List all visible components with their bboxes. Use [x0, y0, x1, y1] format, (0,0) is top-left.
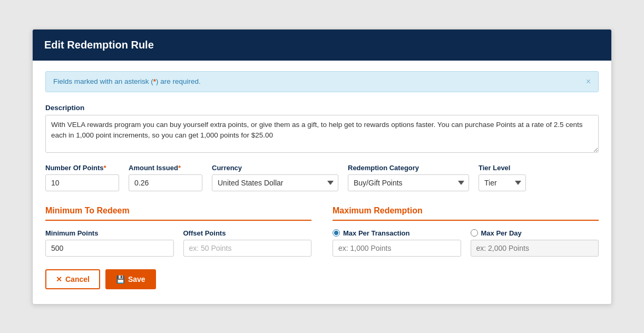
currency-group: Currency United States Dollar Euro Briti… — [212, 164, 338, 191]
cancel-label: Cancel — [65, 275, 90, 283]
save-icon: 💾 — [116, 275, 125, 283]
currency-select[interactable]: United States Dollar Euro British Pound … — [212, 174, 338, 191]
max-per-transaction-group: Max Per Transaction — [333, 229, 461, 257]
minimum-section-title: Minimum To Redeem — [45, 206, 311, 221]
minimum-points-label: Minimum Points — [45, 229, 174, 237]
number-of-points-group: Number Of Points* 10 — [45, 164, 119, 191]
minimum-section: Minimum To Redeem Minimum Points 500 Off… — [45, 206, 311, 257]
maximum-fields-row: Max Per Transaction Max Per Day — [333, 229, 599, 257]
max-per-day-input[interactable] — [471, 240, 599, 257]
modal-container: Edit Redemption Rule Fields marked with … — [32, 29, 612, 305]
minimum-points-input[interactable]: 500 — [45, 240, 174, 257]
modal-body: Fields marked with an asterisk (*) are r… — [33, 61, 611, 304]
max-per-transaction-radio[interactable] — [333, 229, 340, 237]
redemption-category-label: Redemption Category — [348, 164, 469, 172]
alert-close-button[interactable]: × — [586, 77, 591, 86]
save-button[interactable]: 💾 Save — [105, 269, 156, 289]
required-marker-2: * — [178, 164, 181, 172]
number-of-points-input[interactable]: 10 — [45, 174, 119, 191]
offset-points-group: Offset Points — [183, 229, 312, 257]
tier-level-group: Tier Level Tier Tier 1 Tier 2 Tier 3 — [479, 164, 526, 191]
description-textarea[interactable] — [45, 115, 599, 153]
amount-issued-label: Amount Issued* — [129, 164, 202, 172]
offset-points-input[interactable] — [183, 240, 312, 257]
minimum-fields-row: Minimum Points 500 Offset Points — [45, 229, 311, 257]
tier-level-label: Tier Level — [479, 164, 526, 172]
redemption-category-group: Redemption Category Buy/Gift Points Disc… — [348, 164, 469, 191]
maximum-section: Maximum Redemption Max Per Transaction M… — [333, 206, 599, 257]
redemption-category-select[interactable]: Buy/Gift Points Discount Free Shipping P… — [348, 174, 469, 191]
amount-issued-input[interactable]: 0.26 — [129, 174, 202, 191]
tier-level-select[interactable]: Tier Tier 1 Tier 2 Tier 3 — [479, 174, 526, 191]
footer-buttons: ✕ Cancel 💾 Save — [45, 269, 599, 289]
max-per-transaction-label: Max Per Transaction — [333, 229, 461, 237]
maximum-section-title: Maximum Redemption — [333, 206, 599, 221]
offset-points-label: Offset Points — [183, 229, 312, 237]
alert-asterisk: * — [153, 77, 156, 85]
max-per-day-group: Max Per Day — [471, 229, 599, 257]
max-per-day-radio[interactable] — [471, 229, 478, 237]
save-label: Save — [128, 275, 145, 283]
fields-row: Number Of Points* 10 Amount Issued* 0.26… — [45, 164, 599, 191]
number-of-points-label: Number Of Points* — [45, 164, 119, 172]
modal-title: Edit Redemption Rule — [44, 39, 600, 51]
max-per-day-label: Max Per Day — [471, 229, 599, 237]
minimum-points-group: Minimum Points 500 — [45, 229, 174, 257]
alert-text: Fields marked with an asterisk (*) are r… — [53, 77, 201, 85]
max-per-transaction-input[interactable] — [333, 240, 461, 257]
description-label: Description — [45, 104, 599, 112]
modal-header: Edit Redemption Rule — [33, 30, 611, 61]
currency-label: Currency — [212, 164, 338, 172]
min-max-section: Minimum To Redeem Minimum Points 500 Off… — [45, 206, 599, 257]
alert-banner: Fields marked with an asterisk (*) are r… — [45, 71, 599, 92]
cancel-icon: ✕ — [56, 275, 62, 283]
cancel-button[interactable]: ✕ Cancel — [45, 269, 100, 289]
amount-issued-group: Amount Issued* 0.26 — [129, 164, 202, 191]
required-marker: * — [104, 164, 106, 172]
